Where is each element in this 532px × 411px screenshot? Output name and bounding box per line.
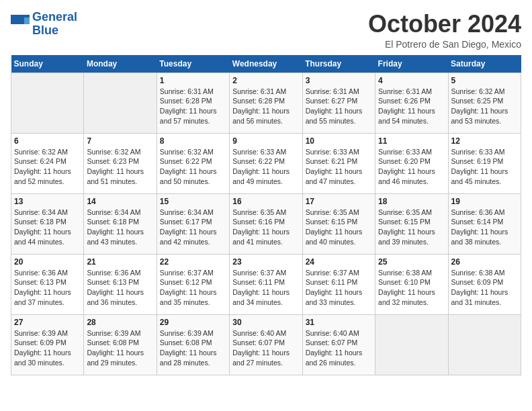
day-info: Sunrise: 6:31 AMSunset: 6:27 PMDaylight:…	[306, 87, 372, 126]
calendar-week-row: 13Sunrise: 6:34 AMSunset: 6:18 PMDayligh…	[11, 193, 521, 254]
weekday-header: Sunday	[11, 55, 84, 73]
calendar-cell: 18Sunrise: 6:35 AMSunset: 6:15 PMDayligh…	[375, 193, 448, 254]
svg-rect-1	[11, 24, 30, 34]
day-info: Sunrise: 6:34 AMSunset: 6:18 PMDaylight:…	[14, 208, 81, 247]
day-info: Sunrise: 6:37 AMSunset: 6:11 PMDaylight:…	[306, 268, 372, 308]
logo-icon	[11, 15, 30, 34]
calendar-cell: 21Sunrise: 6:36 AMSunset: 6:13 PMDayligh…	[84, 254, 157, 314]
calendar-week-row: 1Sunrise: 6:31 AMSunset: 6:28 PMDaylight…	[11, 73, 521, 133]
day-info: Sunrise: 6:35 AMSunset: 6:15 PMDaylight:…	[378, 208, 445, 247]
day-number: 25	[378, 257, 445, 267]
day-number: 2	[232, 76, 299, 85]
logo-text: General Blue	[32, 11, 77, 38]
day-number: 6	[14, 136, 81, 146]
day-info: Sunrise: 6:40 AMSunset: 6:07 PMDaylight:…	[232, 328, 299, 368]
day-number: 17	[306, 197, 372, 206]
day-number: 19	[451, 197, 518, 206]
calendar-body: 1Sunrise: 6:31 AMSunset: 6:28 PMDaylight…	[11, 73, 521, 375]
calendar-cell: 4Sunrise: 6:31 AMSunset: 6:26 PMDaylight…	[375, 73, 448, 133]
calendar-cell: 30Sunrise: 6:40 AMSunset: 6:07 PMDayligh…	[230, 314, 302, 375]
page-header: General Blue October 2024 El Potrero de …	[11, 11, 521, 50]
day-info: Sunrise: 6:32 AMSunset: 6:25 PMDaylight:…	[451, 87, 518, 126]
weekday-header: Saturday	[448, 55, 521, 73]
weekday-header-row: SundayMondayTuesdayWednesdayThursdayFrid…	[11, 55, 521, 73]
calendar-cell	[375, 314, 448, 375]
calendar-cell: 5Sunrise: 6:32 AMSunset: 6:25 PMDaylight…	[448, 73, 521, 133]
calendar-table: SundayMondayTuesdayWednesdayThursdayFrid…	[11, 55, 521, 375]
day-number: 10	[306, 136, 372, 146]
calendar-cell: 9Sunrise: 6:33 AMSunset: 6:22 PMDaylight…	[230, 133, 302, 193]
day-number: 30	[232, 318, 299, 327]
day-info: Sunrise: 6:36 AMSunset: 6:13 PMDaylight:…	[14, 268, 81, 308]
calendar-cell: 22Sunrise: 6:37 AMSunset: 6:12 PMDayligh…	[157, 254, 229, 314]
weekday-header: Wednesday	[230, 55, 302, 73]
weekday-header: Thursday	[302, 55, 375, 73]
calendar-week-row: 27Sunrise: 6:39 AMSunset: 6:09 PMDayligh…	[11, 314, 521, 375]
day-number: 9	[232, 136, 299, 146]
title-block: October 2024 El Potrero de San Diego, Me…	[368, 11, 521, 50]
day-info: Sunrise: 6:31 AMSunset: 6:28 PMDaylight:…	[160, 87, 226, 126]
day-info: Sunrise: 6:34 AMSunset: 6:18 PMDaylight:…	[87, 208, 153, 247]
calendar-cell: 12Sunrise: 6:33 AMSunset: 6:19 PMDayligh…	[448, 133, 521, 193]
calendar-cell: 31Sunrise: 6:40 AMSunset: 6:07 PMDayligh…	[302, 314, 375, 375]
calendar-cell: 25Sunrise: 6:38 AMSunset: 6:10 PMDayligh…	[375, 254, 448, 314]
calendar-cell: 3Sunrise: 6:31 AMSunset: 6:27 PMDaylight…	[302, 73, 375, 133]
weekday-header: Monday	[84, 55, 157, 73]
day-number: 3	[306, 76, 372, 85]
day-number: 27	[14, 318, 81, 327]
calendar-cell: 16Sunrise: 6:35 AMSunset: 6:16 PMDayligh…	[230, 193, 302, 254]
day-number: 21	[87, 257, 153, 267]
day-number: 13	[14, 197, 81, 206]
calendar-cell: 6Sunrise: 6:32 AMSunset: 6:24 PMDaylight…	[11, 133, 84, 193]
day-number: 11	[378, 136, 445, 146]
weekday-header: Friday	[375, 55, 448, 73]
logo-line2: Blue	[32, 24, 58, 37]
weekday-header: Tuesday	[157, 55, 229, 73]
day-number: 20	[14, 257, 81, 267]
calendar-cell	[448, 314, 521, 375]
calendar-cell: 8Sunrise: 6:32 AMSunset: 6:22 PMDaylight…	[157, 133, 229, 193]
day-info: Sunrise: 6:33 AMSunset: 6:19 PMDaylight:…	[451, 147, 518, 187]
day-number: 5	[451, 76, 518, 85]
calendar-cell: 28Sunrise: 6:39 AMSunset: 6:08 PMDayligh…	[84, 314, 157, 375]
day-info: Sunrise: 6:31 AMSunset: 6:26 PMDaylight:…	[378, 87, 445, 126]
day-number: 22	[160, 257, 226, 267]
day-number: 29	[160, 318, 226, 327]
day-info: Sunrise: 6:39 AMSunset: 6:08 PMDaylight:…	[160, 328, 226, 368]
day-info: Sunrise: 6:31 AMSunset: 6:28 PMDaylight:…	[232, 87, 299, 126]
day-number: 23	[232, 257, 299, 267]
day-info: Sunrise: 6:37 AMSunset: 6:11 PMDaylight:…	[232, 268, 299, 308]
day-info: Sunrise: 6:34 AMSunset: 6:17 PMDaylight:…	[160, 208, 226, 247]
day-info: Sunrise: 6:33 AMSunset: 6:22 PMDaylight:…	[232, 147, 299, 187]
calendar-cell: 27Sunrise: 6:39 AMSunset: 6:09 PMDayligh…	[11, 314, 84, 375]
day-number: 16	[232, 197, 299, 206]
calendar-cell: 29Sunrise: 6:39 AMSunset: 6:08 PMDayligh…	[157, 314, 229, 375]
day-info: Sunrise: 6:32 AMSunset: 6:23 PMDaylight:…	[87, 147, 153, 187]
day-info: Sunrise: 6:38 AMSunset: 6:10 PMDaylight:…	[378, 268, 445, 308]
calendar-week-row: 6Sunrise: 6:32 AMSunset: 6:24 PMDaylight…	[11, 133, 521, 193]
logo: General Blue	[11, 11, 77, 38]
day-info: Sunrise: 6:35 AMSunset: 6:15 PMDaylight:…	[306, 208, 372, 247]
calendar-cell: 17Sunrise: 6:35 AMSunset: 6:15 PMDayligh…	[302, 193, 375, 254]
day-info: Sunrise: 6:33 AMSunset: 6:21 PMDaylight:…	[306, 147, 372, 187]
day-info: Sunrise: 6:32 AMSunset: 6:22 PMDaylight:…	[160, 147, 226, 187]
calendar-cell: 7Sunrise: 6:32 AMSunset: 6:23 PMDaylight…	[84, 133, 157, 193]
day-number: 4	[378, 76, 445, 85]
calendar-cell: 19Sunrise: 6:36 AMSunset: 6:14 PMDayligh…	[448, 193, 521, 254]
day-info: Sunrise: 6:36 AMSunset: 6:13 PMDaylight:…	[87, 268, 153, 308]
calendar-cell: 11Sunrise: 6:33 AMSunset: 6:20 PMDayligh…	[375, 133, 448, 193]
month-title: October 2024	[368, 11, 521, 38]
day-number: 8	[160, 136, 226, 146]
calendar-week-row: 20Sunrise: 6:36 AMSunset: 6:13 PMDayligh…	[11, 254, 521, 314]
calendar-cell: 13Sunrise: 6:34 AMSunset: 6:18 PMDayligh…	[11, 193, 84, 254]
day-number: 18	[378, 197, 445, 206]
svg-marker-2	[24, 17, 30, 24]
calendar-cell: 23Sunrise: 6:37 AMSunset: 6:11 PMDayligh…	[230, 254, 302, 314]
day-number: 7	[87, 136, 153, 146]
calendar-cell: 26Sunrise: 6:38 AMSunset: 6:09 PMDayligh…	[448, 254, 521, 314]
calendar-cell: 24Sunrise: 6:37 AMSunset: 6:11 PMDayligh…	[302, 254, 375, 314]
day-info: Sunrise: 6:37 AMSunset: 6:12 PMDaylight:…	[160, 268, 226, 308]
calendar-cell: 2Sunrise: 6:31 AMSunset: 6:28 PMDaylight…	[230, 73, 302, 133]
day-info: Sunrise: 6:39 AMSunset: 6:08 PMDaylight:…	[87, 328, 153, 368]
day-info: Sunrise: 6:32 AMSunset: 6:24 PMDaylight:…	[14, 147, 81, 187]
